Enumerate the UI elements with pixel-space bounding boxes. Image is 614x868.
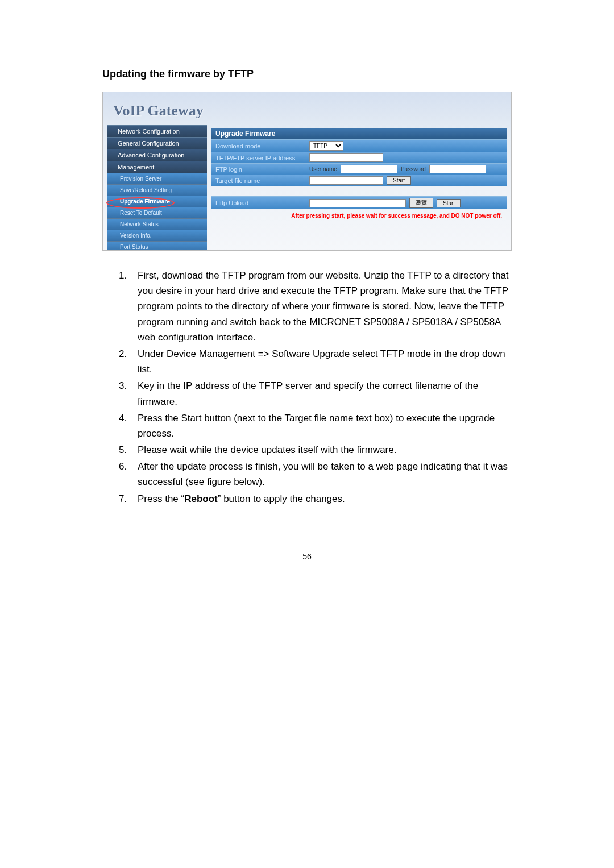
row-http-upload: Http Upload 瀏覽 Start <box>211 196 507 209</box>
app-title: VoIP Gateway <box>113 102 204 119</box>
nav-network-config[interactable]: Network Configuration <box>107 125 207 137</box>
row-download-mode: Download mode TFTP <box>211 139 507 152</box>
section-title: Updating the firmware by TFTP <box>102 68 512 80</box>
http-upload-label: Http Upload <box>215 200 309 206</box>
server-ip-input[interactable] <box>309 153 383 162</box>
row-server-ip: TFTP/FTP server IP address <box>211 152 507 163</box>
firmware-screenshot: VoIP Gateway Network Configuration Gener… <box>102 92 512 251</box>
http-upload-input[interactable] <box>309 199 406 207</box>
user-name-input[interactable] <box>341 165 397 173</box>
ftp-login-label: FTP login <box>215 166 309 173</box>
instruction-item-last: Press the “Reboot” button to apply the c… <box>130 491 512 506</box>
instruction-last-prefix: Press the “ <box>138 493 184 504</box>
warning-text: After pressing start, please wait for su… <box>211 209 507 222</box>
instruction-last-suffix: ” button to apply the changes. <box>218 493 345 504</box>
panel-header: Upgrade Firmware <box>211 128 507 139</box>
sidebar: Network Configuration General Configurat… <box>107 125 207 251</box>
user-name-label: User name <box>309 166 337 172</box>
download-mode-label: Download mode <box>215 143 309 149</box>
nav-save-reload[interactable]: Save/Reload Setting <box>107 184 207 196</box>
reboot-bold: Reboot <box>184 493 218 504</box>
instruction-item: Under Device Management => Software Upgr… <box>130 346 512 377</box>
password-label: Password <box>401 166 426 172</box>
instruction-item: Please wait while the device updates its… <box>130 442 512 458</box>
download-mode-select[interactable]: TFTP <box>309 141 343 151</box>
nav-general-config[interactable]: General Configuration <box>107 137 207 149</box>
server-ip-label: TFTP/FTP server IP address <box>215 155 309 161</box>
nav-provision-server[interactable]: Provision Server <box>107 173 207 184</box>
nav-advanced-config[interactable]: Advanced Configuration <box>107 149 207 161</box>
row-target-file: Target file name Start <box>211 175 507 186</box>
nav-management[interactable]: Management <box>107 161 207 173</box>
instruction-item: After the update process is finish, you … <box>130 459 512 489</box>
row-ftp-login: FTP login User name Password <box>211 163 507 175</box>
instruction-item: First, download the TFTP program from ou… <box>130 268 512 345</box>
password-input[interactable] <box>429 165 486 173</box>
page-number: 56 <box>102 552 512 561</box>
nav-upgrade-firmware[interactable]: Upgrade Firmware <box>107 196 207 207</box>
target-file-input[interactable] <box>309 176 383 185</box>
nav-version-info[interactable]: Version Info. <box>107 230 207 241</box>
upgrade-panel: Upgrade Firmware Download mode TFTP TFTP… <box>211 128 507 222</box>
nav-network-status[interactable]: Network Status <box>107 218 207 230</box>
panel-divider <box>211 186 507 196</box>
nav-reset-default[interactable]: Reset To Default <box>107 207 207 218</box>
start-button[interactable]: Start <box>387 176 411 185</box>
target-file-label: Target file name <box>215 177 309 184</box>
nav-port-status[interactable]: Port Status <box>107 241 207 251</box>
http-start-button[interactable]: Start <box>437 199 461 207</box>
instructions-block: First, download the TFTP program from ou… <box>102 268 512 506</box>
instruction-item: Press the Start button (next to the Targ… <box>130 410 512 441</box>
browse-button[interactable]: 瀏覽 <box>409 198 433 208</box>
instruction-item: Key in the IP address of the TFTP server… <box>130 378 512 409</box>
